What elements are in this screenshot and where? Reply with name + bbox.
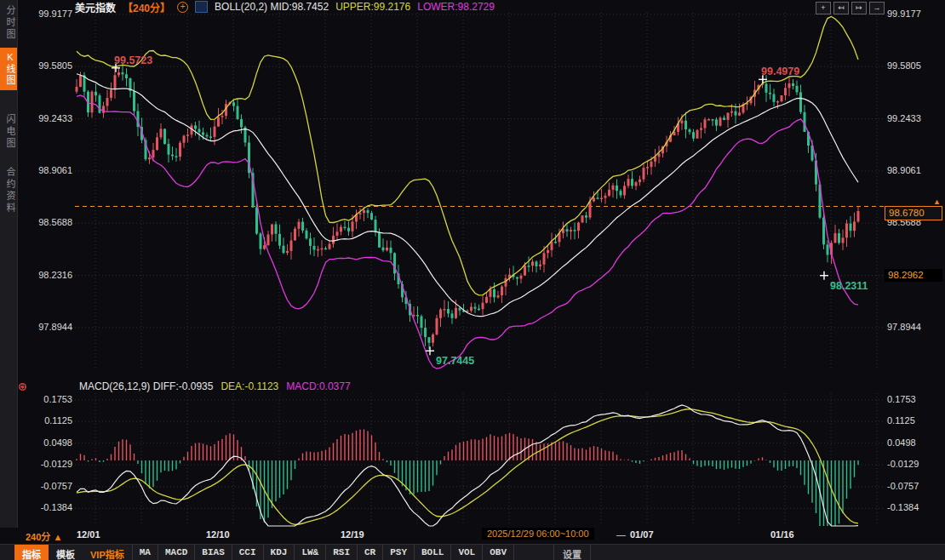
macd-axis-label: 0.0498 — [887, 437, 940, 448]
kline-mini-icon — [195, 1, 208, 13]
toolbar-item-rsi[interactable]: RSI — [325, 545, 357, 560]
extreme-price-label: 98.2311 — [830, 280, 868, 292]
price-axis-label: 99.5805 — [887, 60, 940, 71]
crosshair-icon[interactable]: + — [816, 2, 831, 14]
indicator-toolbar: 指标模板VIP指标MAMACDBIASCCIKDJLW&RSICRPSYBOLL… — [0, 544, 945, 560]
macd-axis-label: -0.0757 — [887, 481, 940, 491]
toolbar-item-boll[interactable]: BOLL — [414, 545, 450, 560]
price-axis-label: 98.2316 — [24, 270, 72, 280]
toolbar-item-指标[interactable]: 指标 — [14, 545, 49, 560]
session-tooltip: 2025/12/29 06:00~10:00 — [482, 528, 594, 540]
boll-upper-value: UPPER:99.2176 — [335, 1, 410, 13]
main-chart-canvas[interactable] — [0, 0, 945, 560]
macd-axis-label: -0.1384 — [887, 502, 940, 512]
last-price-badge: 98.6780 — [885, 206, 942, 220]
toolbar-item-cr[interactable]: CR — [357, 545, 382, 560]
indicator-settings-icon[interactable] — [19, 383, 26, 391]
time-axis-period[interactable]: 240分 ▲ — [26, 529, 62, 543]
sidebar: 分时图K线图闪电图合约资料 — [0, 0, 18, 528]
toolbar-item-macd[interactable]: MACD — [158, 545, 194, 560]
price-axis-label: 99.2433 — [887, 113, 940, 123]
time-tick: 01/07 — [630, 529, 654, 540]
expand-x-icon[interactable]: ↦ — [851, 2, 867, 14]
price-up-arrow-icon: ▲ — [933, 197, 941, 206]
macd-axis-label: -0.1384 — [24, 502, 72, 512]
toolbar-item-vip指标[interactable]: VIP指标 — [83, 545, 132, 560]
chart-app: 分时图K线图闪电图合约资料 美元指数 【240分】 + BOLL(20,2) M… — [0, 0, 945, 560]
price-axis-label: 99.9177 — [24, 9, 72, 19]
toolbar-item-vol[interactable]: VOL — [450, 545, 482, 560]
add-compare-icon[interactable]: + — [177, 2, 188, 13]
extreme-price-label: 99.5723 — [114, 54, 152, 66]
price-axis-label: 98.5688 — [24, 217, 72, 227]
price-axis-label: 97.8944 — [24, 322, 72, 332]
macd-axis-label: -0.0757 — [24, 481, 72, 491]
price-axis-label: 99.5805 — [24, 60, 72, 71]
chart-header: 美元指数 【240分】 + BOLL(20,2) MID:98.7452 UPP… — [75, 1, 495, 13]
macd-axis-label: 0.0498 — [24, 437, 72, 448]
sidebar-item-4[interactable]: 合约资料 — [0, 167, 17, 214]
time-tick: 01/16 — [770, 529, 794, 540]
boll-label: BOLL(20,2) MID:98.7452 — [215, 1, 329, 13]
instrument-title: 美元指数 — [75, 0, 116, 14]
price-axis-label: 98.9061 — [24, 165, 72, 175]
sidebar-item-1[interactable]: 分时图 — [0, 5, 17, 41]
pan-right-icon[interactable]: → — [869, 2, 885, 14]
price-axis-label: 98.9061 — [887, 165, 940, 175]
time-tick: 12/19 — [341, 529, 364, 540]
toolbar-item-lw&[interactable]: LW& — [294, 545, 325, 560]
price-axis-label: 99.9177 — [887, 9, 940, 19]
price-axis-label: 97.8944 — [887, 322, 940, 332]
compress-x-icon[interactable]: ↤ — [833, 2, 849, 14]
macd-axis-label: 0.1125 — [887, 415, 940, 426]
secondary-price-badge: 98.2962 — [885, 269, 942, 282]
macd-axis-label: -0.0129 — [24, 459, 72, 469]
boll-lower-value: LOWER:98.2729 — [417, 1, 495, 13]
price-axis-label: 99.2433 — [24, 113, 72, 123]
macd-value: MACD:0.0377 — [286, 380, 350, 392]
toolbar-item-模板[interactable]: 模板 — [49, 545, 83, 560]
chart-tools: +↤↦→ — [816, 2, 885, 14]
toolbar-item-settings[interactable]: 设置 — [553, 545, 591, 560]
toolbar-item-cci[interactable]: CCI — [232, 545, 263, 560]
period-label[interactable]: 【240分】 — [123, 0, 170, 14]
macd-axis-label: 0.1125 — [24, 415, 72, 426]
toolbar-item-bias[interactable]: BIAS — [194, 545, 231, 560]
macd-dea-value: DEA:-0.1123 — [220, 380, 278, 392]
time-tick: 12/01 — [77, 529, 100, 540]
tooltip-dash: — — [616, 529, 626, 540]
extreme-price-label: 97.7445 — [436, 355, 474, 367]
sidebar-item-3[interactable]: 闪电图 — [0, 114, 17, 150]
macd-label: MACD(26,12,9) DIFF:-0.0935 — [79, 380, 213, 392]
macd-header: MACD(26,12,9) DIFF:-0.0935 DEA:-0.1123 M… — [79, 380, 351, 392]
macd-axis-label: 0.1753 — [24, 394, 72, 404]
time-tick: 12/10 — [206, 529, 230, 540]
sidebar-item-2[interactable]: K线图 — [0, 48, 17, 90]
toolbar-item-psy[interactable]: PSY — [382, 545, 414, 560]
toolbar-item-ma[interactable]: MA — [132, 545, 158, 560]
extreme-price-label: 99.4979 — [761, 66, 799, 77]
macd-axis-label: -0.0129 — [887, 459, 940, 469]
macd-axis-label: 0.1753 — [887, 394, 940, 404]
toolbar-item-obv[interactable]: OBV — [482, 545, 514, 560]
toolbar-item-kdj[interactable]: KDJ — [263, 545, 295, 560]
